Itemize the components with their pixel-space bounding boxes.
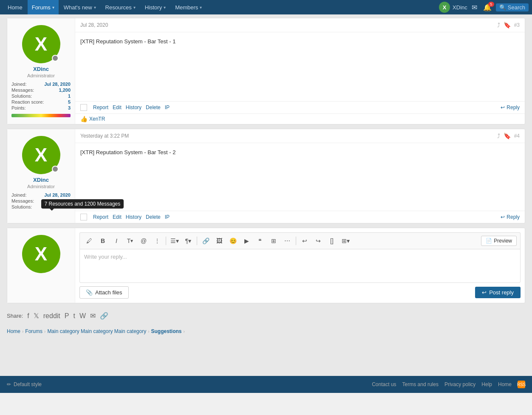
- post-3-bookmark-icon[interactable]: 🔖: [504, 22, 511, 28]
- share-email-icon[interactable]: ✉: [90, 312, 96, 320]
- post-4-bookmark-icon[interactable]: 🔖: [504, 133, 511, 139]
- post-4-checkbox[interactable]: [80, 214, 87, 220]
- share-tumblr-icon[interactable]: t: [73, 312, 75, 320]
- post-4-content: [XTR] Reputation System - Bar Test - 2: [75, 143, 525, 211]
- editor-more2-btn[interactable]: ⋯: [281, 235, 293, 246]
- editor-eraser-btn[interactable]: 🖊: [83, 235, 95, 246]
- post-4-share-icon[interactable]: ⤴: [497, 133, 500, 139]
- share-pinterest-icon[interactable]: P: [65, 312, 69, 320]
- post-3-username[interactable]: XDinc: [33, 66, 49, 72]
- editor-italic-btn[interactable]: I: [110, 235, 122, 246]
- editor-quote-btn[interactable]: @: [138, 235, 150, 246]
- rss-icon[interactable]: RSS: [518, 381, 525, 388]
- nav-members[interactable]: Members ▾: [171, 0, 206, 14]
- navbar: Home Forums ▾ What's new ▾ Resources ▾ H…: [0, 0, 532, 14]
- nav-forums[interactable]: Forums ▾: [28, 0, 59, 14]
- editor-undo-btn[interactable]: ↩: [299, 235, 311, 246]
- breadcrumb-current: Suggestions: [151, 328, 182, 334]
- editor-paragraph-btn[interactable]: ¶▾: [182, 235, 194, 246]
- editor-align-btn[interactable]: ☰▾: [169, 235, 181, 246]
- editor-expand-btn[interactable]: ⊞▾: [340, 235, 351, 246]
- editor-textarea[interactable]: Write your reply...: [79, 249, 521, 283]
- post-4-edit-link[interactable]: Edit: [113, 214, 122, 220]
- post-4-reply-btn[interactable]: ↩ Reply: [501, 214, 520, 220]
- editor-font-btn[interactable]: T▾: [124, 235, 136, 246]
- share-twitter-icon[interactable]: 𝕏: [34, 312, 39, 320]
- search-icon: 🔍: [499, 4, 506, 11]
- post-3-checkbox[interactable]: [80, 104, 87, 111]
- post-4-joined-label: Joined:: [11, 192, 26, 198]
- search-button[interactable]: 🔍 Search: [496, 3, 529, 11]
- editor-divider-1: [166, 237, 166, 245]
- attach-files-button[interactable]: 📎 Attach files: [79, 286, 129, 299]
- editor-bold-btn[interactable]: B: [97, 235, 109, 246]
- editor-table-btn[interactable]: ⊞: [268, 235, 280, 246]
- post-3-ip-link[interactable]: IP: [165, 104, 170, 110]
- breadcrumb-forums[interactable]: Forums: [25, 328, 42, 334]
- post-4: X XDinc Administrator Joined: Jul 28, 20…: [7, 129, 525, 223]
- editor-quote2-btn[interactable]: ❝: [254, 235, 266, 246]
- nav-avatar[interactable]: X: [439, 2, 450, 13]
- post-3-reaction-user[interactable]: XenTR: [89, 116, 105, 122]
- share-link-icon[interactable]: 🔗: [100, 312, 108, 320]
- nav-history[interactable]: History ▾: [141, 0, 170, 14]
- breadcrumb-home[interactable]: Home: [7, 328, 20, 334]
- editor-preview-label: Preview: [494, 238, 512, 244]
- editor-image-btn[interactable]: 🖼: [213, 235, 225, 246]
- footer-help[interactable]: Help: [481, 381, 492, 387]
- editor-code-btn[interactable]: []: [326, 235, 338, 246]
- post-3-joined-val: Jul 28, 2020: [44, 82, 71, 87]
- editor-link-btn[interactable]: 🔗: [200, 235, 212, 246]
- post-3-edit-link[interactable]: Edit: [113, 104, 122, 110]
- reply-submit-icon: ↩: [482, 289, 487, 296]
- editor-redo-btn[interactable]: ↪: [312, 235, 324, 246]
- editor-more-btn[interactable]: ⋮: [151, 235, 163, 246]
- editor-media-btn[interactable]: ▶: [241, 235, 252, 246]
- share-facebook-icon[interactable]: f: [27, 312, 29, 320]
- footer-home[interactable]: Home: [498, 381, 512, 387]
- post-3-messages-label: Messages:: [11, 88, 34, 93]
- editor-emoji-btn[interactable]: 😊: [227, 235, 239, 246]
- post-4-num: #4: [514, 133, 520, 139]
- post-4-footer: Report Edit History Delete IP ↩ Reply: [75, 211, 525, 223]
- preview-icon: 📄: [486, 238, 492, 244]
- nav-whats-new[interactable]: What's new ▾: [59, 0, 100, 14]
- post-4-history-link[interactable]: History: [126, 214, 141, 220]
- post-3-avatar[interactable]: X: [22, 25, 60, 63]
- editor-placeholder: Write your reply...: [84, 254, 127, 260]
- editor-footer: 📎 Attach files ↩ Post reply: [79, 286, 521, 299]
- bell-wrap[interactable]: 🔔 5: [481, 3, 493, 11]
- footer-privacy[interactable]: Privacy policy: [444, 381, 475, 387]
- share-whatsapp-icon[interactable]: W: [79, 312, 86, 320]
- post-4-username[interactable]: XDinc: [33, 177, 49, 183]
- nav-resources[interactable]: Resources ▾: [101, 0, 140, 14]
- post-3-header: Jul 28, 2020 ⤴ 🔖 #3: [75, 18, 525, 32]
- footer-contact[interactable]: Contact us: [372, 381, 396, 387]
- post-4-avatar[interactable]: X: [22, 136, 60, 174]
- post-4-delete-link[interactable]: Delete: [146, 214, 161, 220]
- post-3-sidebar: X XDinc Administrator Joined: Jul 28, 20…: [7, 18, 75, 124]
- footer-terms[interactable]: Terms and rules: [402, 381, 439, 387]
- editor-preview-btn[interactable]: 📄 Preview: [481, 236, 517, 246]
- mail-icon[interactable]: ✉: [470, 3, 479, 11]
- post-3-reply-label: Reply: [507, 104, 520, 110]
- post-3-report-link[interactable]: Report: [93, 104, 108, 110]
- reply-editor-sidebar: X: [7, 228, 75, 303]
- post-3-top-actions: ⤴ 🔖 #3: [497, 22, 520, 28]
- post-3-share-icon[interactable]: ⤴: [497, 22, 500, 28]
- post-3-num: #3: [514, 22, 520, 28]
- post-3-history-link[interactable]: History: [126, 104, 141, 110]
- nav-username[interactable]: XDinc: [453, 4, 467, 11]
- post-reply-button[interactable]: ↩ Post reply: [475, 287, 521, 298]
- post-4-report-link[interactable]: Report: [93, 214, 108, 220]
- breadcrumb-main-category[interactable]: Main category Main category Main categor…: [47, 328, 146, 334]
- post-4-header: Yesterday at 3:22 PM ⤴ 🔖 #4: [75, 129, 525, 143]
- post-3-messages-val: 1,200: [59, 88, 71, 93]
- post-4-ip-link[interactable]: IP: [165, 214, 170, 220]
- nav-home[interactable]: Home: [3, 0, 27, 14]
- reply-editor-card: X 🖊 B I T▾ @ ⋮ ☰▾ ¶▾ 🔗 🖼 😊 ▶ ❝ ⊞ ⋯: [7, 228, 525, 303]
- post-3-reply-btn[interactable]: ↩ Reply: [501, 104, 520, 110]
- post-3-delete-link[interactable]: Delete: [146, 104, 161, 110]
- share-reddit-icon[interactable]: reddit: [43, 312, 60, 320]
- footer-style[interactable]: Default style: [14, 381, 42, 387]
